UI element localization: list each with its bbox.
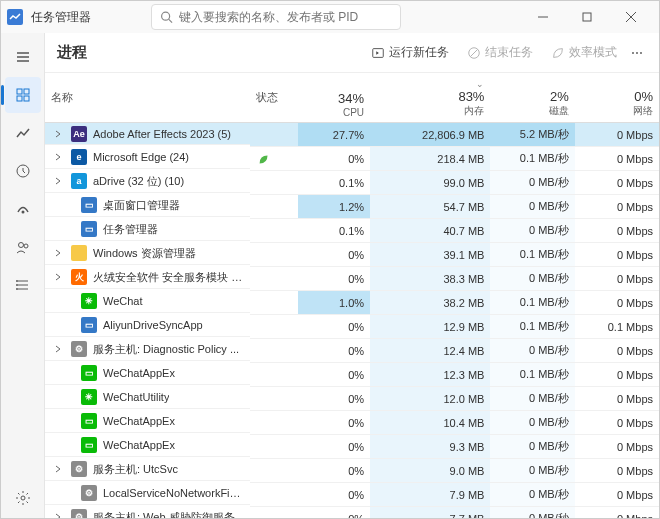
toolbar: 进程 运行新任务 结束任务 效率模式 ⋯: [45, 33, 659, 73]
net-cell: 0 Mbps: [575, 123, 659, 147]
cpu-cell: 27.7%: [298, 123, 370, 147]
net-cell: 0 Mbps: [575, 291, 659, 315]
expand-icon[interactable]: [51, 174, 65, 188]
mem-cell: 218.4 MB: [370, 147, 490, 171]
cpu-cell: 0.1%: [298, 171, 370, 195]
mem-cell: 7.9 MB: [370, 483, 490, 507]
maximize-button[interactable]: [565, 1, 609, 33]
net-cell: 0 Mbps: [575, 147, 659, 171]
table-row[interactable]: ▭WeChatAppEx0%12.3 MB0.1 MB/秒0 Mbps: [45, 363, 659, 387]
app-icon: ▭: [81, 317, 97, 333]
svg-point-21: [16, 280, 18, 282]
leaf-icon: [551, 46, 565, 60]
process-name: WeChatUtility: [103, 391, 169, 403]
table-row[interactable]: ✳WeChat1.0%38.2 MB0.1 MB/秒0 Mbps: [45, 291, 659, 315]
more-button[interactable]: ⋯: [627, 42, 647, 64]
process-grid[interactable]: 名称 状态 34%CPU ⌄83%内存 2%磁盘 0%网络 AeAdobe Af…: [45, 73, 659, 518]
search-box[interactable]: [151, 4, 401, 30]
net-cell: 0 Mbps: [575, 459, 659, 483]
app-icon: a: [71, 173, 87, 189]
svg-point-23: [16, 288, 18, 290]
table-row[interactable]: ⚙LocalServiceNoNetworkFire...0%7.9 MB0 M…: [45, 483, 659, 507]
run-new-task-button[interactable]: 运行新任务: [363, 40, 457, 65]
table-row[interactable]: AeAdobe After Effects 2023 (5)27.7%22,80…: [45, 123, 659, 147]
disk-cell: 0 MB/秒: [490, 195, 574, 219]
table-row[interactable]: ⚙服务主机: Diagnostic Policy ...0%12.4 MB0 M…: [45, 339, 659, 363]
app-icon: Ae: [71, 126, 87, 142]
col-network[interactable]: 0%网络: [575, 73, 659, 123]
table-row[interactable]: ▭桌面窗口管理器1.2%54.7 MB0 MB/秒0 Mbps: [45, 195, 659, 219]
col-status[interactable]: 状态: [256, 91, 278, 103]
process-name: 火绒安全软件 安全服务模块 (...: [93, 270, 244, 285]
col-memory[interactable]: ⌄83%内存: [370, 73, 490, 123]
col-name[interactable]: 名称: [51, 91, 73, 103]
cpu-cell: 0%: [298, 459, 370, 483]
efficiency-button[interactable]: 效率模式: [543, 40, 625, 65]
svg-rect-4: [583, 13, 591, 21]
table-row[interactable]: eMicrosoft Edge (24)0%218.4 MB0.1 MB/秒0 …: [45, 147, 659, 171]
mem-cell: 12.4 MB: [370, 339, 490, 363]
app-icon: ⚙: [81, 485, 97, 501]
app-icon: ▭: [81, 365, 97, 381]
nav-settings[interactable]: [5, 480, 41, 516]
mem-cell: 22,806.9 MB: [370, 123, 490, 147]
search-input[interactable]: [179, 10, 392, 24]
disk-cell: 0 MB/秒: [490, 219, 574, 243]
net-cell: 0 Mbps: [575, 339, 659, 363]
end-task-button[interactable]: 结束任务: [459, 40, 541, 65]
net-cell: 0 Mbps: [575, 435, 659, 459]
nav-processes[interactable]: [5, 77, 41, 113]
app-icon: e: [71, 149, 87, 165]
mem-cell: 38.3 MB: [370, 267, 490, 291]
table-row[interactable]: aaDrive (32 位) (10)0.1%99.0 MB0 MB/秒0 Mb…: [45, 171, 659, 195]
nav-performance[interactable]: [5, 115, 41, 151]
table-row[interactable]: ⚙服务主机: Web 威胁防御服务0%7.7 MB0 MB/秒0 Mbps: [45, 507, 659, 519]
table-row[interactable]: ▭任务管理器0.1%40.7 MB0 MB/秒0 Mbps: [45, 219, 659, 243]
disk-cell: 0 MB/秒: [490, 267, 574, 291]
mem-cell: 12.3 MB: [370, 363, 490, 387]
expand-icon[interactable]: [51, 462, 65, 476]
disk-cell: 0 MB/秒: [490, 507, 574, 519]
col-disk[interactable]: 2%磁盘: [490, 73, 574, 123]
minimize-button[interactable]: [521, 1, 565, 33]
svg-rect-11: [24, 89, 29, 94]
svg-point-15: [21, 211, 24, 214]
nav-menu-button[interactable]: [5, 39, 41, 75]
table-row[interactable]: ▭WeChatAppEx0%9.3 MB0 MB/秒0 Mbps: [45, 435, 659, 459]
table-row[interactable]: ▭WeChatAppEx0%10.4 MB0 MB/秒0 Mbps: [45, 411, 659, 435]
expand-icon[interactable]: [51, 150, 65, 164]
table-row[interactable]: ⚙服务主机: UtcSvc0%9.0 MB0 MB/秒0 Mbps: [45, 459, 659, 483]
expand-icon[interactable]: [51, 270, 65, 284]
nav-rail: [1, 33, 45, 518]
app-icon: ✳: [81, 389, 97, 405]
table-row[interactable]: Windows 资源管理器0%39.1 MB0.1 MB/秒0 Mbps: [45, 243, 659, 267]
table-row[interactable]: 火火绒安全软件 安全服务模块 (...0%38.3 MB0 MB/秒0 Mbps: [45, 267, 659, 291]
nav-users[interactable]: [5, 229, 41, 265]
table-row[interactable]: ✳WeChatUtility0%12.0 MB0 MB/秒0 Mbps: [45, 387, 659, 411]
net-cell: 0 Mbps: [575, 387, 659, 411]
app-icon: ▭: [81, 437, 97, 453]
process-name: LocalServiceNoNetworkFire...: [103, 487, 244, 499]
nav-history[interactable]: [5, 153, 41, 189]
nav-details[interactable]: [5, 267, 41, 303]
expand-icon[interactable]: [51, 342, 65, 356]
svg-line-27: [471, 49, 478, 56]
cpu-cell: 0%: [298, 315, 370, 339]
close-button[interactable]: [609, 1, 653, 33]
app-icon: 火: [71, 269, 87, 285]
app-icon: ⚙: [71, 461, 87, 477]
process-name: 任务管理器: [103, 222, 158, 237]
titlebar[interactable]: 任务管理器: [1, 1, 659, 33]
svg-rect-13: [24, 96, 29, 101]
expand-icon[interactable]: [51, 510, 65, 518]
col-cpu[interactable]: 34%CPU: [298, 73, 370, 123]
header-row[interactable]: 名称 状态 34%CPU ⌄83%内存 2%磁盘 0%网络: [45, 73, 659, 123]
table-row[interactable]: ▭AliyunDriveSyncApp0%12.9 MB0.1 MB/秒0.1 …: [45, 315, 659, 339]
svg-point-17: [24, 244, 28, 248]
process-name: Adobe After Effects 2023 (5): [93, 128, 231, 140]
net-cell: 0 Mbps: [575, 243, 659, 267]
nav-startup[interactable]: [5, 191, 41, 227]
expand-icon[interactable]: [51, 127, 65, 141]
mem-cell: 12.0 MB: [370, 387, 490, 411]
expand-icon[interactable]: [51, 246, 65, 260]
